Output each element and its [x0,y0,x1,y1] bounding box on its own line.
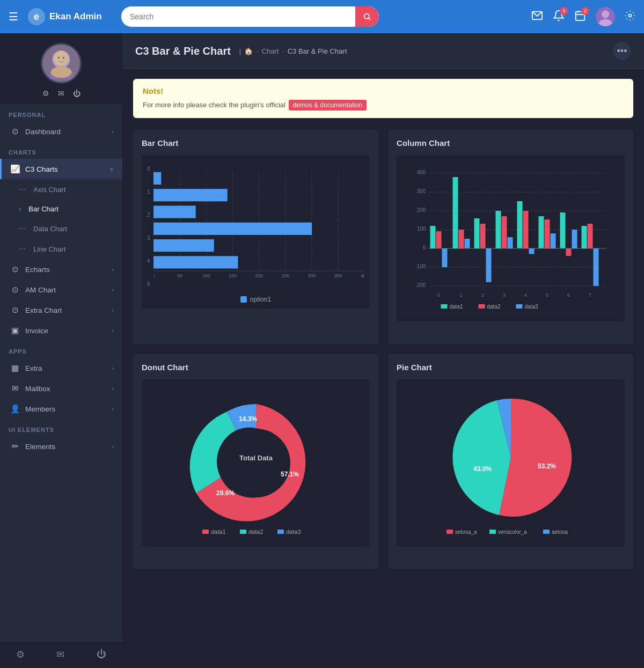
breadcrumb-parent[interactable]: Chart [262,47,279,55]
user-avatar[interactable] [596,7,615,26]
svg-rect-77 [545,219,550,248]
svg-text:data1: data1 [211,528,226,535]
svg-rect-84 [582,226,587,248]
sidebar-item-extra-chart[interactable]: ⊙ Extra Chart › [0,300,122,320]
pie-chart-svg: 53.2% 43.0% setosa_a versicolor_a aetosa [430,388,591,538]
topnav-actions: 3 2 [531,7,635,26]
calendar-icon[interactable]: 2 [574,10,586,24]
svg-rect-73 [523,211,529,248]
active-arrow-icon: › [19,205,21,213]
app-logo: e Ekan Admin [28,8,114,25]
sidebar-item-bar-chart[interactable]: › Bar Chart [0,200,122,218]
personal-section-label: PERSONAL [0,104,122,121]
c3charts-icon: 📈 [10,164,20,174]
sidebar-item-elements[interactable]: ✏ Elements › [0,436,122,457]
search-button[interactable] [355,6,379,27]
sidebar-item-extra[interactable]: ▦ Extra › [0,358,122,378]
breadcrumb-current: C3 Bar & Pie Chart [288,47,347,55]
svg-rect-101 [240,530,246,534]
svg-text:0: 0 [153,273,155,278]
svg-text:300: 300 [308,273,316,278]
settings-icon[interactable] [625,10,635,24]
members-arrow-icon: › [112,406,114,412]
sidebar-item-echarts[interactable]: ⊙ Echarts › [0,259,122,280]
mailbox-arrow-icon: › [112,385,114,392]
svg-rect-58 [442,248,448,267]
svg-rect-72 [517,201,523,248]
amchart-arrow-icon: › [112,287,114,293]
more-options-button[interactable]: ••• [613,42,631,60]
svg-rect-81 [566,248,572,256]
pie-chart-card: Pie Chart [388,354,633,569]
svg-rect-70 [508,237,513,248]
user-power-icon[interactable]: ⏻ [73,89,80,98]
sidebar-item-amchart[interactable]: ⊙ AM Chart › [0,280,122,300]
svg-text:50: 50 [177,273,182,278]
sidebar-item-dashboard[interactable]: ⊙ Dashboard › [0,121,122,142]
svg-text:28.6%: 28.6% [216,489,235,497]
user-settings-icon[interactable]: ⚙ [42,89,49,98]
footer-power-icon[interactable]: ⏻ [97,649,106,660]
extra-icon: ▦ [10,363,20,373]
bar-chart-legend: option1 [147,296,364,303]
notice-link[interactable]: demos & documentation [289,100,367,111]
bar-legend-color [240,296,247,303]
sidebar-item-axis-chart[interactable]: ··· Axis Chart [0,179,122,200]
invoice-icon: ▣ [10,326,20,335]
svg-rect-66 [486,248,492,282]
svg-rect-99 [202,530,209,534]
sidebar-item-data-chart[interactable]: ··· Data Chart [0,218,122,239]
sidebar-user-avatar [41,43,82,84]
sidebar-item-label: Line Chart [33,245,65,253]
elements-icon: ✏ [10,442,20,451]
svg-text:-100: -100 [415,263,426,269]
page-header: C3 Bar & Pie Chart | 🏠 - Chart - C3 Bar … [122,33,644,69]
svg-text:data2: data2 [487,304,501,310]
bar-chart-wrap: 012345 [142,155,370,309]
svg-text:Total Data: Total Data [239,454,273,462]
sidebar-item-c3charts[interactable]: 📈 C3 Charts ∨ [0,159,122,179]
sidebar-item-members[interactable]: 👤 Members › [0,399,122,419]
notification-icon[interactable]: 3 [553,10,565,24]
invoice-arrow-icon: › [112,327,114,334]
svg-rect-82 [572,230,577,248]
extra-chart-arrow-icon: › [112,307,114,313]
column-chart-wrap: 400 300 200 100 0 -100 -200 [397,155,625,321]
sidebar-item-label: AM Chart [25,286,56,294]
notice-box: Nots! For more info please check the plu… [133,79,633,118]
sidebar-item-label: Extra [25,364,42,372]
svg-rect-90 [479,304,485,309]
mail-icon[interactable] [531,10,543,24]
dashboard-arrow-icon: › [112,128,114,135]
sidebar-item-label: Extra Chart [25,306,62,314]
user-mail-icon[interactable]: ✉ [58,89,64,98]
svg-text:14.3%: 14.3% [239,415,257,423]
sidebar-item-line-chart[interactable]: ··· Line Chart [0,239,122,259]
search-bar[interactable] [121,6,379,27]
sidebar-footer: ⚙ ✉ ⏻ [0,641,122,668]
dots-icon: ··· [19,224,26,233]
donut-chart-card: Donut Chart [133,354,378,569]
hamburger-icon[interactable]: ☰ [9,10,18,23]
dots-icon: ··· [19,185,26,194]
svg-text:300: 300 [417,188,426,194]
svg-text:2: 2 [481,292,484,298]
sidebar-item-label: Dashboard [25,128,61,136]
svg-text:100: 100 [202,273,210,278]
svg-rect-111 [543,530,550,534]
user-panel-icons: ⚙ ✉ ⏻ [42,89,80,98]
footer-settings-icon[interactable]: ⚙ [16,649,25,660]
notice-text: For more info please check the plugin's … [143,101,286,109]
search-input[interactable] [121,8,355,25]
breadcrumb-sep-2: - [282,47,284,55]
svg-text:7: 7 [589,292,591,298]
svg-point-9 [629,14,632,17]
footer-mail-icon[interactable]: ✉ [56,649,64,660]
svg-rect-109 [489,530,496,534]
sidebar: ⚙ ✉ ⏻ PERSONAL ⊙ Dashboard › CHARTS 📈 C3… [0,33,122,668]
breadcrumb-home-icon[interactable]: 🏠 [244,47,253,55]
bar-chart-svg: 0 50 100 150 200 250 300 350 400 [153,164,364,287]
svg-rect-56 [430,226,436,248]
sidebar-item-mailbox[interactable]: ✉ Mailbox › [0,378,122,399]
sidebar-item-invoice[interactable]: ▣ Invoice › [0,320,122,341]
